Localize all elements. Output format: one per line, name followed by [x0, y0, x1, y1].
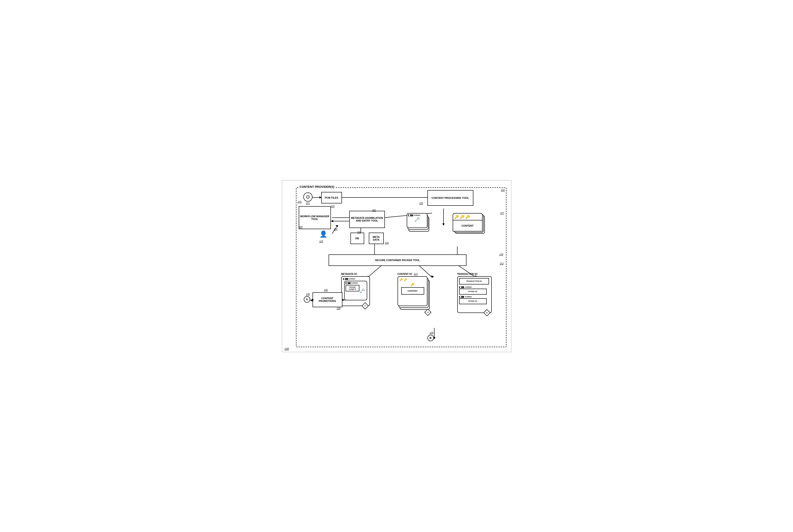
pb-badge: PB [408, 214, 413, 216]
workflow-manager-box: WORKFLOW MANAGER TOOL [299, 206, 331, 229]
ref-101: 101 [298, 201, 302, 203]
pb-badge-offer1: PB [459, 286, 464, 288]
ref-122: 122 [319, 240, 323, 243]
metadata-sc-area: METADATA SC PB CLRNGH PB CLRNGH [341, 273, 370, 306]
transaction-sc-area: TRANSACTION SC TRANSACTION ID PB CLRNGH … [457, 273, 492, 313]
ref-154: 154 [299, 226, 302, 228]
pb-badge-inner: PB [346, 282, 350, 284]
secure-container-packer-box: SECURE CONTAINER PACKER TOOL [329, 254, 466, 266]
es-diamond: ES [483, 309, 491, 316]
ref-139: 139 [499, 253, 503, 256]
ref-129: 129 [430, 331, 434, 334]
ref-100: 100 [284, 347, 289, 350]
svg-marker-21 [431, 276, 434, 278]
metadata-box: META DATA [369, 233, 384, 244]
pb-badge-metadata: PB [343, 278, 348, 280]
pb-badge-offer2: PB [459, 296, 464, 298]
ref-128: 128 [337, 307, 340, 310]
content-processing-tool-box: CONTENT PROCESSING TOOL [427, 190, 473, 206]
disc-ref: 121 [303, 202, 313, 205]
disc-icon: 121 [303, 192, 313, 205]
cp-diamond-metadata: CP [362, 302, 369, 309]
page: CONTENT PROVIDER(S) [282, 180, 512, 352]
content-provider-box: CONTENT PROVIDER(S) [296, 187, 506, 347]
ref-155: 155 [501, 189, 505, 191]
pcm-files-box: PCM FILES [321, 192, 342, 204]
operator-icon: 👤 [319, 230, 328, 238]
svg-marker-5 [442, 223, 445, 226]
ref-125: 125 [419, 202, 423, 205]
ref-160: 160 [357, 231, 361, 233]
ref-127: 127 [500, 212, 504, 214]
ref-156: 156 [324, 289, 328, 291]
circle-b: B [427, 335, 434, 341]
content-promotions-box: CONTENT PROMOTIONS [313, 292, 343, 307]
ref-123: 123 [331, 205, 335, 208]
ref-130: 130 [306, 293, 310, 296]
ref-161: 161 [372, 209, 376, 211]
db-box: DB [350, 233, 364, 244]
svg-marker-31 [335, 225, 338, 227]
metadata-assimilation-box: METADATA ASSIMILATION AND ENTRY TOOL [349, 211, 385, 228]
content-right-stack: 🔑 🔑 🔑 CONTENT [453, 213, 485, 236]
ref-152: 152 [500, 263, 504, 265]
arrowhead-a-promotions [312, 299, 314, 301]
svg-marker-9 [331, 220, 333, 222]
circle-a: A [304, 296, 310, 303]
arrowhead-msc-promotions [342, 299, 344, 301]
content-sc-area: CONTENT SC 113 🔑 🔑 🔑 C [398, 273, 431, 313]
cp-diamond-content: CP [424, 309, 431, 316]
ref-124: 124 [334, 228, 337, 230]
ref-126: 126 [385, 242, 389, 244]
content-provider-label: CONTENT PROVIDER(S) [299, 185, 335, 189]
